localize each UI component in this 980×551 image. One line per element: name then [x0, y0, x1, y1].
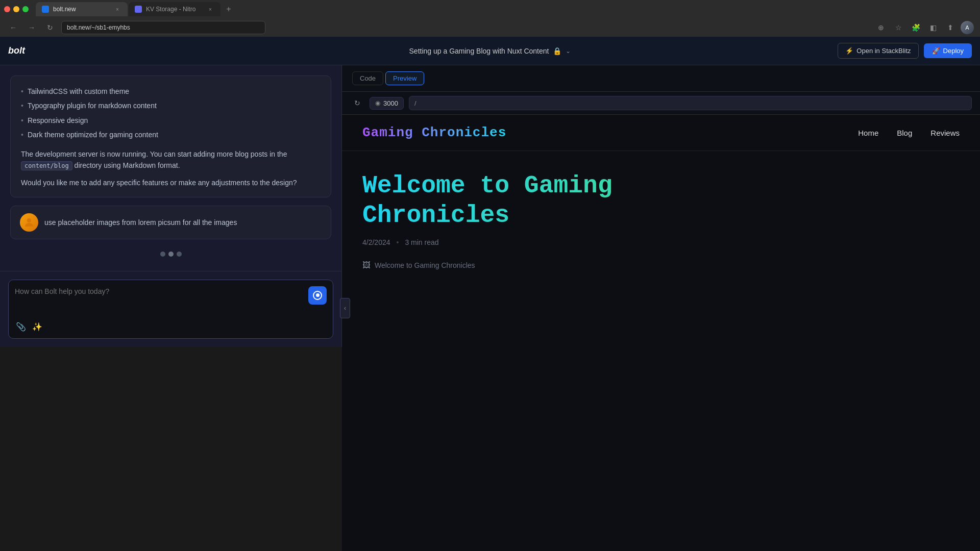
feature-list: TailwindCSS with custom theme Typography…	[21, 84, 321, 142]
ai-paragraph-1: The development server is now running. Y…	[21, 148, 321, 171]
url-text: bolt.new/~/sb1-emyhbs	[67, 24, 130, 31]
nav-link-home[interactable]: Home	[858, 129, 878, 137]
extensions-icon[interactable]: 🧩	[909, 20, 923, 35]
bookmark-icon[interactable]: ☆	[891, 20, 905, 35]
forward-button[interactable]: →	[24, 20, 39, 35]
zoom-icon[interactable]: ⊕	[874, 20, 888, 35]
user-message: use placeholder images from lorem picsum…	[10, 206, 331, 239]
avatar	[20, 213, 38, 232]
chevron-down-icon[interactable]: ⌄	[566, 47, 571, 55]
tab-close-bolt[interactable]: ×	[113, 5, 121, 13]
post-date: 4/2/2024	[362, 238, 390, 246]
tab-close-kv[interactable]: ×	[206, 5, 214, 13]
reload-button[interactable]: ↻	[43, 20, 57, 35]
inline-code: content/blog	[21, 161, 72, 170]
preview-refresh-button[interactable]: ↻	[350, 96, 364, 110]
ai-message: TailwindCSS with custom theme Typography…	[10, 76, 331, 197]
list-item: TailwindCSS with custom theme	[21, 84, 321, 98]
close-window-button[interactable]	[4, 6, 10, 12]
stackblitz-icon: ⚡	[845, 47, 853, 55]
chat-input-area: 📎 ✨	[0, 271, 341, 347]
loading-dot-1	[160, 252, 165, 257]
profiles-icon[interactable]: ◧	[926, 20, 940, 35]
back-button[interactable]: ←	[6, 20, 20, 35]
post-read-time: 3 min read	[405, 238, 438, 246]
gaming-logo: Gaming Chronicles	[362, 125, 506, 140]
browser-address-bar: ← → ↻ bolt.new/~/sb1-emyhbs ⊕ ☆ 🧩 ◧ ⬆ A	[0, 18, 980, 37]
lock-icon: 🔒	[553, 47, 561, 55]
loading-dot-3	[177, 252, 182, 257]
tab-title-kv: KV Storage - Nitro	[146, 6, 202, 13]
left-panel: TailwindCSS with custom theme Typography…	[0, 65, 342, 347]
user-message-text: use placeholder images from lorem picsum…	[44, 213, 237, 228]
preview-tabs: Code Preview	[342, 65, 980, 92]
browser-chrome: bolt.new × KV Storage - Nitro × + ← → ↻ …	[0, 0, 980, 37]
browser-tab-kv[interactable]: KV Storage - Nitro ×	[129, 2, 220, 16]
preview-port-icon: ◉	[375, 99, 380, 107]
loading-indicator	[10, 247, 331, 261]
left-panel-wrapper: TailwindCSS with custom theme Typography…	[0, 65, 342, 551]
bolt-logo: bolt	[8, 45, 25, 56]
nav-link-blog[interactable]: Blog	[897, 129, 912, 137]
stackblitz-label: Open in StackBlitz	[856, 47, 911, 55]
tab-title-bolt: bolt.new	[53, 6, 109, 13]
gaming-nav-links: Home Blog Reviews	[858, 129, 960, 137]
browser-tabs: bolt.new × KV Storage - Nitro × +	[0, 0, 980, 18]
send-button[interactable]	[308, 286, 327, 305]
list-item: Typography plugin for markdown content	[21, 98, 321, 113]
list-item: Dark theme optimized for gaming content	[21, 128, 321, 142]
deploy-label: Deploy	[943, 47, 964, 55]
tab-favicon-bolt	[42, 6, 49, 13]
chat-input[interactable]	[15, 286, 304, 317]
attach-icon[interactable]: 📎	[15, 321, 27, 333]
gaming-nav: Gaming Chronicles Home Blog Reviews	[342, 115, 980, 151]
preview-content: Gaming Chronicles Home Blog Reviews Welc…	[342, 115, 980, 551]
ai-paragraph-2: Would you like me to add any specific fe…	[21, 177, 321, 188]
sparkle-icon[interactable]: ✨	[31, 321, 43, 333]
browser-actions: ⊕ ☆ 🧩 ◧ ⬆ A	[874, 20, 974, 35]
preview-port: 3000	[383, 99, 398, 107]
tab-favicon-kv	[135, 6, 142, 13]
browser-tab-bolt[interactable]: bolt.new ×	[36, 2, 128, 16]
tab-code[interactable]: Code	[352, 71, 383, 85]
preview-address-bar: ↻ ◉ 3000 /	[342, 92, 980, 115]
preview-port-badge: ◉ 3000	[370, 97, 404, 110]
deploy-icon: 🚀	[932, 47, 940, 55]
fullscreen-window-button[interactable]	[22, 6, 29, 12]
app-header: bolt Setting up a Gaming Blog with Nuxt …	[0, 37, 980, 65]
address-bar[interactable]: bolt.new/~/sb1-emyhbs	[61, 21, 265, 34]
user-avatar[interactable]: A	[961, 21, 974, 34]
chat-input-row	[15, 286, 327, 317]
meta-separator: •	[397, 238, 399, 246]
chat-input-container: 📎 ✨	[8, 280, 333, 339]
preview-url-bar[interactable]: /	[409, 96, 972, 110]
collapse-panel-button[interactable]: ‹	[340, 298, 350, 318]
gaming-blog-content: Welcome to Gaming Chronicles 4/2/2024 • …	[342, 151, 801, 290]
minimize-window-button[interactable]	[13, 6, 19, 12]
main-content: TailwindCSS with custom theme Typography…	[0, 65, 980, 551]
deploy-button[interactable]: 🚀 Deploy	[924, 43, 972, 58]
header-title-container: Setting up a Gaming Blog with Nuxt Conte…	[409, 47, 571, 55]
header-title: Setting up a Gaming Blog with Nuxt Conte…	[409, 47, 549, 55]
nav-link-reviews[interactable]: Reviews	[930, 129, 960, 137]
loading-dot-2	[168, 252, 174, 257]
chat-input-footer: 📎 ✨	[15, 321, 327, 333]
header-actions: ⚡ Open in StackBlitz 🚀 Deploy	[838, 43, 972, 59]
tab-preview[interactable]: Preview	[385, 71, 424, 85]
image-icon: 🖼	[362, 261, 371, 270]
gaming-blog: Gaming Chronicles Home Blog Reviews Welc…	[342, 115, 980, 551]
post-image-placeholder: 🖼 Welcome to Gaming Chronicles	[362, 261, 781, 270]
share-icon[interactable]: ⬆	[943, 20, 958, 35]
new-tab-button[interactable]: +	[222, 2, 236, 16]
svg-point-0	[27, 218, 31, 222]
post-title: Welcome to Gaming Chronicles	[362, 171, 781, 230]
list-item: Responsive design	[21, 113, 321, 128]
post-image-alt: Welcome to Gaming Chronicles	[375, 261, 475, 269]
chat-messages: TailwindCSS with custom theme Typography…	[0, 65, 341, 271]
post-meta: 4/2/2024 • 3 min read	[362, 238, 781, 246]
traffic-lights	[4, 6, 29, 12]
right-panel: Code Preview ↻ ◉ 3000 / Gamin	[342, 65, 980, 551]
open-in-stackblitz-button[interactable]: ⚡ Open in StackBlitz	[838, 43, 918, 59]
